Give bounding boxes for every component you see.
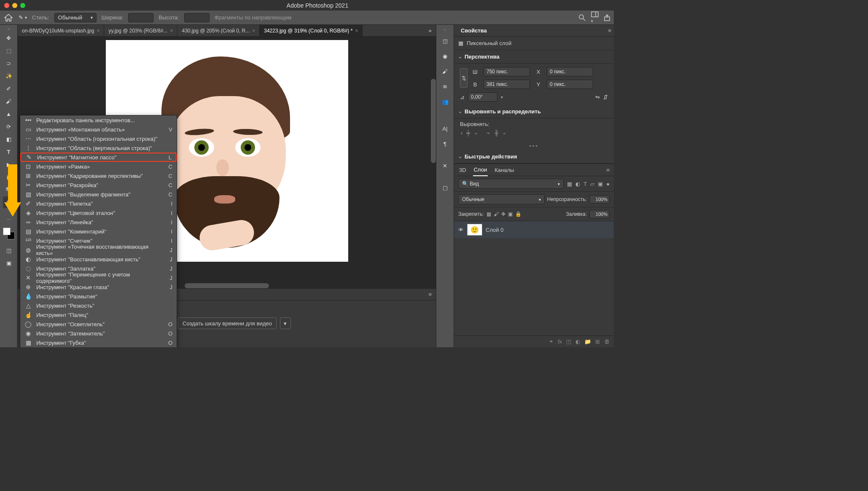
filter-pixel-icon[interactable]: ▦	[567, 181, 572, 187]
workspace-icon[interactable]: ▾	[591, 11, 599, 24]
flyout-tool-item[interactable]: ⋮Инструмент "Область (вертикальная строк…	[20, 143, 177, 153]
navigator-panel-icon[interactable]: ▢	[439, 182, 451, 193]
timeline-type-dropdown[interactable]: ▾	[280, 317, 291, 329]
lock-pixels-icon[interactable]: 🖌	[494, 211, 499, 217]
close-icon[interactable]: ×	[97, 28, 99, 34]
chevron-down-icon[interactable]: ▾	[501, 95, 503, 99]
search-icon[interactable]	[578, 14, 586, 21]
foreground-color-swatch[interactable]	[3, 228, 11, 235]
height-input[interactable]	[184, 13, 210, 22]
edit-toolbar-item[interactable]: ••• Редактировать панель инструментов...	[20, 115, 177, 125]
move-tool[interactable]: ✥	[3, 32, 15, 44]
flyout-tool-item[interactable]: ◈Инструмент "Цветовой эталон"I	[20, 208, 177, 217]
close-icon[interactable]: ×	[355, 28, 358, 34]
filter-smart-icon[interactable]: ▣	[598, 181, 603, 187]
tab-3d[interactable]: 3D	[458, 164, 467, 176]
lock-all-icon[interactable]: 🔒	[515, 211, 521, 217]
minimize-window-icon[interactable]	[12, 3, 17, 8]
brushes-panel-icon[interactable]: 🖌	[439, 65, 451, 77]
height-value-input[interactable]	[484, 80, 530, 89]
quick-mask-tool[interactable]: ◫	[3, 244, 15, 256]
align-right-icon[interactable]: ⫠	[473, 130, 479, 136]
gradient-tool[interactable]: ◧	[3, 133, 15, 145]
flyout-tool-item[interactable]: △Инструмент "Резкость"	[20, 301, 177, 310]
brush-tool[interactable]: 🖌	[3, 95, 15, 107]
filter-toggle-icon[interactable]: ●	[606, 181, 610, 187]
flyout-tool-item[interactable]: ▤Инструмент "Комментарий"I	[20, 227, 177, 236]
flyout-tool-item[interactable]: ✕Инструмент "Перемещение с учетом содерж…	[20, 273, 177, 282]
panel-menu-icon[interactable]: ≡	[606, 167, 610, 173]
lock-position-icon[interactable]: ✥	[501, 211, 505, 217]
layer-filter-select[interactable]: 🔍 Вид ▾	[458, 179, 564, 189]
active-tool-preset[interactable]: ✎ ▾	[19, 14, 27, 21]
filter-type-icon[interactable]: T	[583, 181, 587, 187]
flyout-tool-item[interactable]: ⋯Инструмент "Область (горизонтальная стр…	[20, 134, 177, 143]
tools-preset-icon[interactable]: ✕	[439, 160, 451, 172]
color-panel-icon[interactable]: ◉	[439, 50, 451, 62]
clone-stamp-tool[interactable]: ▲	[3, 108, 15, 120]
flyout-tool-item[interactable]: ⊞Инструмент "Кадрирование перспективы"C	[20, 171, 177, 180]
link-dimensions-icon[interactable]: ⇅	[460, 68, 468, 88]
vertical-scrollbar[interactable]	[431, 79, 436, 163]
flyout-tool-item[interactable]: ◯Инструмент "Осветлитель"O	[20, 319, 177, 329]
layer-mask-icon[interactable]: ◫	[566, 338, 571, 345]
align-center-h-icon[interactable]: ╪	[466, 130, 470, 136]
marquee-tool[interactable]: ⬚	[3, 45, 15, 56]
transform-section-toggle[interactable]: ⌄ Перспектива	[454, 50, 614, 64]
align-section-toggle[interactable]: ⌄ Выровнять и распределить	[454, 105, 614, 118]
new-group-icon[interactable]: 📁	[584, 338, 591, 345]
close-window-icon[interactable]	[4, 3, 9, 8]
align-center-v-icon[interactable]: ╫	[494, 130, 498, 136]
close-icon[interactable]: ×	[252, 28, 255, 34]
visibility-icon[interactable]: 👁	[458, 227, 464, 233]
panel-menu-icon[interactable]: ≡	[608, 27, 611, 34]
close-icon[interactable]: ×	[170, 28, 173, 34]
flyout-tool-item[interactable]: ✐Инструмент "Пипетка"I	[20, 199, 177, 208]
opacity-input[interactable]	[589, 195, 610, 204]
flip-vertical-icon[interactable]: ⇵	[603, 94, 608, 100]
character-panel-icon[interactable]: A|	[439, 123, 451, 134]
y-value-input[interactable]	[547, 80, 593, 89]
flyout-tool-item[interactable]: ◉Инструмент "Затемнитель"O	[20, 329, 177, 338]
screen-mode-tool[interactable]: ▣	[3, 257, 15, 269]
create-video-timeline-button[interactable]: Создать шкалу времени для видео	[178, 317, 277, 329]
histogram-panel-icon[interactable]: ◫	[439, 35, 451, 47]
flyout-tool-item[interactable]: ═Инструмент "Линейка"I	[20, 217, 177, 227]
flyout-tool-item[interactable]: ☝Инструмент "Палец"	[20, 310, 177, 319]
history-brush-tool[interactable]: ⟳	[3, 121, 15, 132]
libraries-panel-icon[interactable]: 👥	[439, 96, 451, 107]
style-select[interactable]: Обычный ▾	[54, 13, 97, 22]
quick-actions-toggle[interactable]: ⌄ Быстрые действия	[454, 150, 614, 164]
flyout-tool-item[interactable]: ✎Инструмент "Магнитное лассо"L	[20, 153, 177, 162]
flyout-tool-item[interactable]: ▭Инструмент «Монтажная область»V	[20, 125, 177, 134]
flyout-tool-item[interactable]: ▩Инструмент "Губка"O	[20, 338, 177, 347]
flyout-tool-item[interactable]: ◍Инструмент «Точечная восстанавливающая …	[20, 245, 177, 255]
tab-layers[interactable]: Слои	[473, 164, 488, 176]
blend-mode-select[interactable]: Обычные ▾	[458, 194, 545, 204]
properties-tab[interactable]: Свойства	[457, 26, 491, 35]
fill-input[interactable]	[589, 210, 610, 218]
lock-transparency-icon[interactable]: ▦	[486, 211, 491, 217]
document-tab[interactable]: yy.jpg @ 203% (RGB/8#... ×	[104, 25, 177, 36]
tab-overflow-icon[interactable]: »	[424, 25, 436, 36]
maximize-window-icon[interactable]	[20, 3, 25, 8]
flyout-tool-item[interactable]: ▧Инструмент "Выделение фрагмента"C	[20, 190, 177, 199]
flyout-tool-item[interactable]: 💧Инструмент "Размытие"	[20, 292, 177, 301]
share-icon[interactable]	[604, 14, 610, 21]
panel-collapse-icon[interactable]: «	[8, 27, 10, 31]
layer-name[interactable]: Слой 0	[486, 227, 503, 233]
width-value-input[interactable]	[484, 67, 530, 76]
align-bottom-icon[interactable]: ⫠	[502, 130, 507, 136]
link-layers-icon[interactable]: ⚭	[549, 338, 554, 345]
delete-layer-icon[interactable]: 🗑	[604, 338, 610, 345]
horizontal-scrollbar[interactable]	[185, 283, 269, 288]
paragraph-panel-icon[interactable]: ¶	[439, 138, 451, 150]
type-tool[interactable]: T	[3, 146, 15, 158]
adjustment-layer-icon[interactable]: ◐	[575, 338, 580, 345]
align-top-icon[interactable]: ⫟	[486, 130, 491, 136]
dock-collapse-icon[interactable]: «	[441, 28, 450, 32]
align-left-icon[interactable]: ⫞	[460, 130, 463, 136]
panel-menu-icon[interactable]: ≡	[428, 291, 432, 298]
layer-row[interactable]: 👁 🙂 Слой 0	[454, 221, 614, 238]
layer-fx-icon[interactable]: fx	[558, 338, 562, 345]
